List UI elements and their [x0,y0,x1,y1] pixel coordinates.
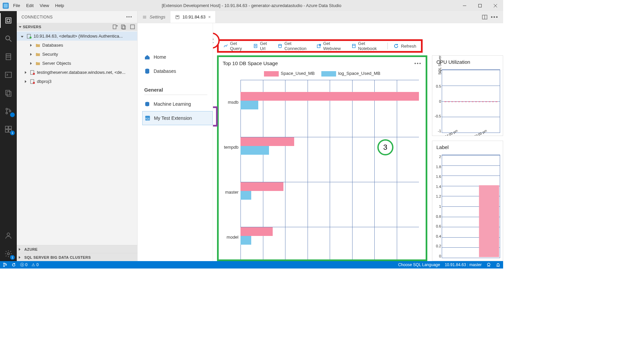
svg-rect-30 [130,25,135,29]
db-space-card: Top 10 DB Space Usage ••• Space_Used_MB … [217,55,427,261]
svg-rect-19 [5,126,8,129]
svg-rect-14 [6,90,10,95]
get-url-button[interactable]: Get Url [253,41,272,51]
nav-divider [144,95,207,95]
activity-explorer[interactable] [0,86,17,100]
card-more-icon[interactable]: ••• [414,60,422,66]
side-panel: CONNECTIONS ••• SERVERS 10.91.84.63, <de… [17,11,138,261]
chevron-right-icon [19,256,20,259]
activity-accounts[interactable] [0,228,17,243]
svg-text:SQL: SQL [145,117,151,120]
bdc-section-header[interactable]: SQL SERVER BIG DATA CLUSTERS [17,253,137,261]
document-icon [253,43,258,49]
get-connection-button[interactable]: Get Connection [278,41,311,51]
status-feedback-icon[interactable] [486,262,491,267]
new-group-icon[interactable] [121,24,126,30]
svg-point-56 [3,263,4,264]
new-connection-icon[interactable] [112,24,118,30]
refresh-button[interactable]: Refresh [393,43,416,49]
svg-rect-28 [121,25,124,29]
dashboard-main: Home › 10.91.84.63 « Get Query Get Url G… [213,23,503,261]
get-webview-button[interactable]: Get Webview [317,41,345,51]
svg-rect-15 [7,92,11,96]
database-icon [144,68,150,74]
collapse-all-icon[interactable] [130,24,135,30]
y-label: tempdb [224,145,238,150]
tab-server[interactable]: 10.91.84.63 × [170,11,216,23]
status-sync-icon[interactable] [11,262,16,267]
tree-databases[interactable]: Databases [17,41,137,50]
nav-machine-learning[interactable]: Machine Learning [144,97,213,111]
tree-label: Server Objects [42,61,71,66]
tab-label: 10.91.84.63 [182,14,206,19]
tree-server-1[interactable]: 10.91.84.63, <default> (Windows Authenti… [17,32,137,41]
status-bell-icon[interactable] [496,262,500,267]
btn-label: Refresh [401,44,416,49]
settings-badge: 1 [10,255,15,260]
tree-label: Security [42,52,58,57]
tree-security[interactable]: Security [17,50,137,59]
btn-label: Get Query [230,41,247,51]
section-label: SQL SERVER BIG DATA CLUSTERS [24,255,91,259]
nav-label: Machine Learning [154,101,191,107]
tree-server-2[interactable]: testingtheserver.database.windows.net, <… [17,68,137,77]
legend-label: log_Space_Used_MB [338,71,380,76]
tick: 0.5 [432,84,441,88]
tab-settings[interactable]: Settings [138,11,170,23]
get-query-button[interactable]: Get Query [223,41,247,51]
editor-tabs: Settings 10.91.84.63 × ••• [138,11,503,23]
bar-msdb-log [240,101,258,109]
svg-point-51 [279,44,282,45]
tree-server-3[interactable]: dbproj3 [17,77,137,86]
close-icon[interactable]: × [208,14,211,19]
nav-home[interactable]: Home [144,50,213,64]
activity-extensions[interactable]: 1 [0,122,17,137]
menu-help[interactable]: Help [55,3,64,8]
window-title: [Extension Development Host] - 10.91.84.… [162,3,341,8]
svg-line-53 [319,44,321,46]
label-chart: 2 1.8 1.6 1.4 1.2 1 0.8 0.6 0.4 0.2 [442,155,500,258]
status-warnings[interactable]: ⚠ 0 [32,262,39,267]
tick: 0 [432,254,441,258]
nav-my-test-extension[interactable]: SQL My Test Extension [142,111,213,125]
menu-view[interactable]: View [40,3,49,8]
status-connection[interactable]: 10.91.84.63 : master [445,262,482,267]
panel-more-icon[interactable]: ••• [126,15,132,19]
status-branch-icon[interactable] [3,262,7,267]
y-label: model [227,235,238,240]
tree-server-objects[interactable]: Server Objects [17,59,137,68]
nav-databases[interactable]: Databases [144,64,213,78]
chevron-down-icon [21,36,23,38]
chevron-right-icon [25,80,26,83]
activity-connections[interactable] [0,13,17,28]
window-maximize[interactable] [472,0,488,11]
window-close[interactable] [488,0,503,11]
menu-edit[interactable]: Edit [26,3,34,8]
window-minimize[interactable] [457,0,472,11]
activity-notebooks[interactable] [0,49,17,64]
get-notebook-button[interactable]: Get Notebook [352,41,381,51]
status-errors[interactable]: ⓧ 0 [20,262,28,268]
activity-source-control[interactable] [0,104,17,118]
activity-terminal[interactable] [0,67,17,82]
azure-section-header[interactable]: AZURE [17,245,137,253]
chart-line-icon [223,43,228,49]
folder-icon [35,52,41,56]
nav-label: Databases [154,68,176,74]
servers-tree: 10.91.84.63, <default> (Windows Authenti… [17,31,137,87]
menu-file[interactable]: File [13,3,20,8]
section-label: AZURE [24,247,38,251]
chevron-right-icon [25,71,26,74]
btn-label: Get Url [260,41,272,51]
split-editor-icon[interactable] [482,14,487,20]
tick: 1 [432,204,441,208]
svg-point-34 [33,73,35,75]
status-choose-language[interactable]: Choose SQL Language [398,262,440,267]
tree-label: Databases [42,43,63,48]
activity-settings[interactable]: 1 [0,246,17,261]
servers-section-header[interactable]: SERVERS [17,23,137,31]
tick: 1.8 [432,165,441,169]
editor-more-icon[interactable]: ••• [491,14,498,20]
activity-search[interactable] [0,31,17,46]
svg-point-59 [487,263,490,266]
